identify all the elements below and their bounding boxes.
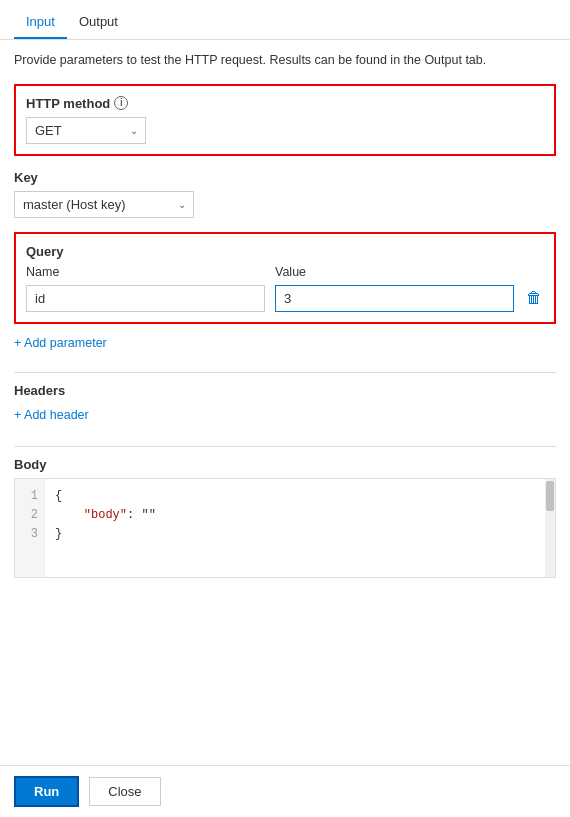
- query-value-header: Value: [275, 265, 514, 279]
- run-button[interactable]: Run: [14, 776, 79, 807]
- headers-label: Headers: [14, 383, 556, 398]
- body-editor[interactable]: 1 2 3 { "body": "" }: [14, 478, 556, 578]
- http-method-section: HTTP method i GET POST PUT PATCH DELETE …: [14, 84, 556, 156]
- query-name-input[interactable]: [26, 285, 265, 312]
- query-section: Query Name Value 🗑: [14, 232, 556, 324]
- key-select-wrapper: master (Host key) default (Function key)…: [14, 191, 194, 218]
- body-label: Body: [14, 457, 556, 472]
- close-button[interactable]: Close: [89, 777, 160, 806]
- delete-query-row-icon[interactable]: 🗑: [524, 287, 544, 309]
- line-number-1: 1: [21, 487, 38, 506]
- query-name-header: Name: [26, 265, 265, 279]
- scrollbar[interactable]: [545, 479, 555, 577]
- code-line-1: {: [55, 487, 535, 506]
- line-numbers: 1 2 3: [15, 479, 45, 577]
- query-value-input[interactable]: [275, 285, 514, 312]
- key-label: Key: [14, 170, 556, 185]
- code-colon: :: [127, 508, 141, 522]
- body-code-content: { "body": "" }: [45, 479, 545, 577]
- http-method-label-row: HTTP method i: [26, 96, 544, 111]
- body-section: Body 1 2 3 { "body": "" }: [14, 457, 556, 578]
- code-line-2: "body": "": [55, 506, 535, 525]
- main-content: Provide parameters to test the HTTP requ…: [0, 40, 570, 683]
- footer: Run Close: [0, 765, 570, 817]
- tab-bar: Input Output: [0, 0, 570, 40]
- divider-1: [14, 372, 556, 373]
- http-method-select-wrapper: GET POST PUT PATCH DELETE ⌄: [26, 117, 146, 144]
- scrollbar-thumb: [546, 481, 554, 511]
- key-section: Key master (Host key) default (Function …: [14, 170, 556, 218]
- key-select[interactable]: master (Host key) default (Function key): [14, 191, 194, 218]
- add-header-link[interactable]: + Add header: [14, 408, 89, 422]
- description-text: Provide parameters to test the HTTP requ…: [14, 52, 556, 70]
- query-column-headers: Name Value: [26, 265, 544, 279]
- add-parameter-link[interactable]: + Add parameter: [14, 336, 107, 350]
- query-row: 🗑: [26, 285, 544, 312]
- tab-input[interactable]: Input: [14, 8, 67, 39]
- query-label: Query: [26, 244, 544, 259]
- divider-2: [14, 446, 556, 447]
- code-line-3: }: [55, 525, 535, 544]
- http-method-label: HTTP method: [26, 96, 110, 111]
- http-method-select[interactable]: GET POST PUT PATCH DELETE: [26, 117, 146, 144]
- tab-output[interactable]: Output: [67, 8, 130, 39]
- line-number-3: 3: [21, 525, 38, 544]
- main-container: Input Output Provide parameters to test …: [0, 0, 570, 817]
- line-number-2: 2: [21, 506, 38, 525]
- code-value: "": [141, 508, 155, 522]
- http-method-info-icon[interactable]: i: [114, 96, 128, 110]
- headers-section: Headers + Add header: [14, 383, 556, 434]
- code-key: "body": [84, 508, 127, 522]
